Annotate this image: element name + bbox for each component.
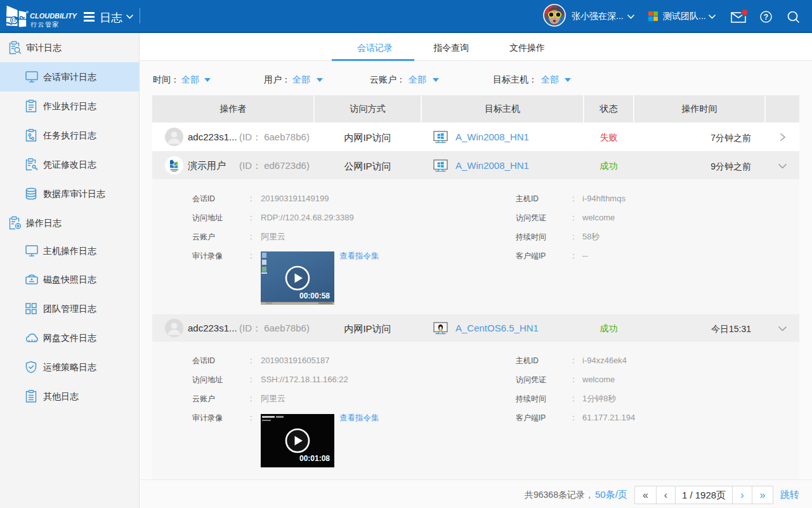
svg-text:?: ?: [764, 13, 768, 22]
